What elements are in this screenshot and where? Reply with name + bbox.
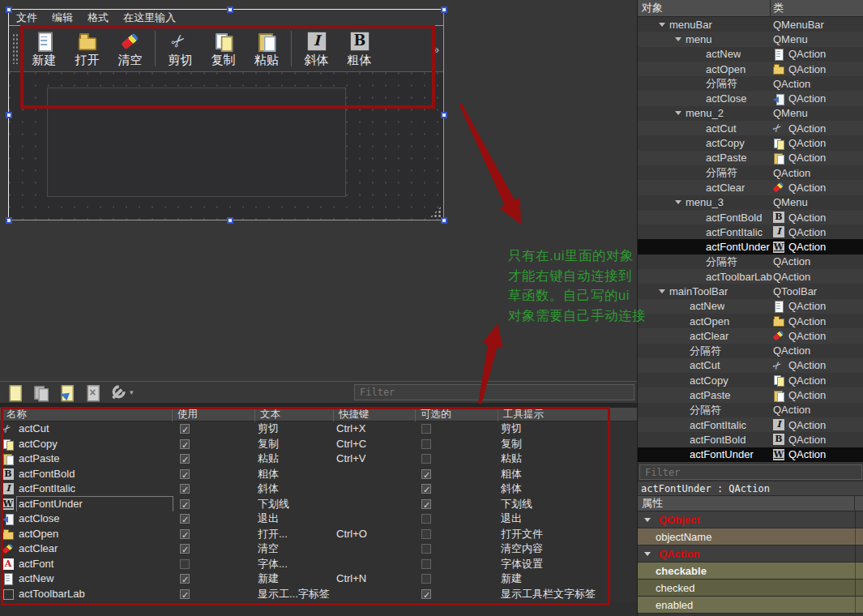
object-tree-row-actCut[interactable]: actCutQAction [638, 358, 863, 373]
object-tree-row-actFontBold[interactable]: actFontBoldBQAction [638, 432, 863, 447]
object-tree-row-actPaste[interactable]: actPasteQAction [638, 151, 863, 165]
object-tree-row-actPaste[interactable]: actPasteQAction [638, 387, 863, 402]
action-row-actClose[interactable]: actClose退出退出 [0, 511, 637, 527]
expand-arrow-icon[interactable] [659, 23, 665, 27]
object-tree-row-actClear[interactable]: actClearQAction [638, 180, 863, 195]
selection-handle[interactable] [227, 6, 233, 13]
checkable-checkbox[interactable] [421, 499, 431, 509]
checkable-checkbox[interactable] [421, 454, 431, 464]
object-tree-row-actFontBold[interactable]: actFontBoldBQAction [638, 210, 863, 225]
toolbar-button-folder[interactable]: 打开 [66, 28, 109, 70]
toolbar-button-italic[interactable]: I斜体 [295, 28, 338, 70]
used-checkbox[interactable] [180, 529, 190, 539]
object-tree-row-menu_3[interactable]: menu_3QMenu [638, 195, 863, 210]
property-row-enabled[interactable]: enabled [638, 597, 863, 614]
copy-actions-button[interactable] [32, 385, 49, 400]
object-tree-row-actCopy[interactable]: actCopyQAction [638, 373, 863, 387]
checkable-checkbox[interactable] [421, 544, 431, 554]
used-checkbox[interactable] [180, 559, 190, 569]
property-category-QAction[interactable]: QAction [638, 545, 863, 563]
used-checkbox[interactable] [180, 439, 190, 449]
toolbar-extension-button[interactable]: » [433, 42, 443, 56]
object-tree-row-actClose[interactable]: actCloseQAction [638, 91, 863, 105]
form-preview-window[interactable]: 文件编辑格式在这里输入 新建打开清空剪切复制粘贴I斜体B粗体» [8, 9, 444, 220]
action-row-actNew[interactable]: actNew新建Ctrl+N新建 [0, 571, 637, 587]
action-row-actCopy[interactable]: actCopy复制Ctrl+C复制 [0, 437, 637, 452]
toolbar-button-paste[interactable]: 粘贴 [245, 28, 288, 70]
toolbar-button-copy[interactable]: 复制 [202, 28, 245, 70]
object-tree-row-actToolbarLab[interactable]: actToolbarLabQAction [638, 269, 863, 284]
checkable-checkbox[interactable] [421, 424, 431, 434]
used-checkbox[interactable] [180, 589, 190, 599]
used-checkbox[interactable] [180, 514, 190, 524]
object-tree-row-分隔符[interactable]: 分隔符QAction [638, 403, 863, 417]
action-row-actFontBold[interactable]: BactFontBold粗体粗体 [0, 467, 637, 482]
checkable-checkbox[interactable] [421, 469, 431, 479]
action-row-actFontItalic[interactable]: IactFontItalic斜体斜体 [0, 481, 637, 497]
property-category-QObject[interactable]: QObject [638, 511, 863, 528]
menu-item[interactable]: 格式 [80, 10, 116, 26]
selection-handle[interactable] [441, 112, 447, 118]
configure-button[interactable] [110, 385, 126, 400]
action-row-actToolbarLab[interactable]: actToolbarLab显示工...字标签显示工具栏文字标签 [0, 587, 637, 602]
used-checkbox[interactable] [180, 574, 190, 584]
property-row-objectName[interactable]: objectName [638, 528, 863, 545]
selection-handle[interactable] [6, 112, 12, 118]
menu-item[interactable]: 文件 [9, 10, 45, 26]
checkable-checkbox[interactable] [421, 574, 431, 584]
used-checkbox[interactable] [180, 424, 190, 434]
expand-arrow-icon[interactable] [659, 289, 665, 293]
checkable-checkbox[interactable] [421, 589, 431, 599]
object-tree-row-actFontUnder[interactable]: actFontUnderWQAction [638, 239, 863, 254]
object-tree-row-actFontUnder[interactable]: actFontUnderWQAction [638, 447, 863, 462]
toolbar-button-doc[interactable]: 新建 [23, 28, 66, 70]
textedit-widget[interactable] [47, 88, 346, 197]
resize-grip-icon[interactable] [429, 206, 442, 218]
object-tree-row-actFontItalic[interactable]: actFontItalicIQAction [638, 225, 863, 239]
expand-arrow-icon[interactable] [644, 552, 651, 556]
object-tree-row-分隔符[interactable]: 分隔符QAction [638, 255, 863, 269]
checkable-checkbox[interactable] [421, 559, 431, 569]
object-tree-row-mainToolBar[interactable]: mainToolBarQToolBar [638, 284, 863, 298]
checkable-checkbox[interactable] [421, 514, 431, 524]
object-tree-row-actNew[interactable]: actNewQAction [638, 47, 863, 62]
object-tree-row-menuBar[interactable]: menuBarQMenuBar [638, 17, 863, 32]
used-checkbox[interactable] [180, 544, 190, 554]
used-checkbox[interactable] [180, 484, 190, 494]
form-canvas[interactable] [9, 72, 443, 220]
action-filter-input[interactable] [354, 384, 634, 400]
object-tree-row-menu[interactable]: menuQMenu [638, 32, 863, 46]
object-tree-row-actOpen[interactable]: actOpenQAction [638, 314, 863, 328]
action-row-actFontUnder[interactable]: WactFontUnder下划线下划线 [0, 497, 637, 512]
expand-arrow-icon[interactable] [644, 518, 651, 522]
checkable-checkbox[interactable] [421, 484, 431, 494]
new-action-button[interactable] [6, 385, 23, 400]
object-tree-row-分隔符[interactable]: 分隔符QAction [638, 76, 863, 91]
toolbar-drag-handle[interactable] [12, 33, 19, 64]
menu-item[interactable]: 编辑 [45, 10, 80, 26]
property-row-checkable[interactable]: checkable [638, 563, 863, 580]
object-tree-row-分隔符[interactable]: 分隔符QAction [638, 165, 863, 180]
action-row-actClear[interactable]: actClear清空清空内容 [0, 541, 637, 557]
used-checkbox[interactable] [180, 499, 190, 509]
object-tree-row-menu_2[interactable]: menu_2QMenu [638, 106, 863, 121]
object-tree-row-actOpen[interactable]: actOpenQAction [638, 62, 863, 76]
object-tree-row-actCopy[interactable]: actCopyQAction [638, 135, 863, 150]
expand-arrow-icon[interactable] [675, 200, 681, 204]
selection-handle[interactable] [441, 6, 447, 13]
action-row-actOpen[interactable]: actOpen打开...Ctrl+O打开文件 [0, 527, 637, 542]
expand-arrow-icon[interactable] [675, 37, 681, 41]
action-row-actCut[interactable]: actCut剪切Ctrl+X剪切 [0, 421, 637, 437]
checkable-checkbox[interactable] [421, 529, 431, 539]
object-tree-row-actNew[interactable]: actNewQAction [638, 299, 863, 314]
toolbar-button-eraser[interactable]: 清空 [109, 28, 152, 70]
selection-handle[interactable] [6, 217, 12, 224]
edit-action-button[interactable] [58, 385, 75, 400]
expand-arrow-icon[interactable] [675, 111, 681, 115]
object-tree-row-actFontItalic[interactable]: actFontItalicIQAction [638, 417, 863, 432]
used-checkbox[interactable] [180, 454, 190, 464]
object-tree-row-actClear[interactable]: actClearQAction [638, 328, 863, 343]
selection-handle[interactable] [441, 217, 447, 224]
selection-handle[interactable] [227, 217, 233, 224]
action-row-actFont[interactable]: AactFont字体...字体设置 [0, 557, 637, 572]
